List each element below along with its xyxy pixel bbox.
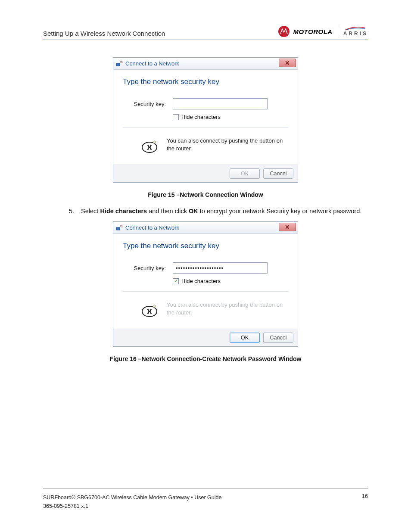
hide-characters-label: Hide characters: [181, 114, 221, 120]
footer-doc-id: 365-095-25781 x.1: [43, 502, 221, 510]
svg-point-5: [153, 305, 156, 308]
step-text-3: to encrypt your network Security key or …: [198, 208, 362, 215]
cancel-button[interactable]: Cancel: [263, 168, 293, 179]
security-key-input[interactable]: [173, 98, 268, 109]
hide-characters-label: Hide characters: [181, 278, 221, 284]
network-icon: [116, 224, 123, 231]
step-number: 5.: [69, 208, 79, 215]
divider: [123, 291, 288, 292]
step-text-2: and then click: [147, 208, 189, 215]
dialog-title: Connect to a Network: [125, 60, 179, 67]
page-footer: SURFboard® SBG6700-AC Wireless Cable Mod…: [43, 488, 368, 510]
svg-rect-0: [116, 63, 120, 66]
arris-logo: ARRIS: [343, 26, 368, 37]
dialog-title: Connect to a Network: [125, 224, 179, 231]
wps-router-icon: [140, 135, 159, 154]
wps-hint-text: You can also connect by pushing the butt…: [167, 137, 288, 152]
arris-wordmark: ARRIS: [343, 31, 368, 37]
svg-point-2: [153, 141, 156, 143]
security-key-label: Security key:: [123, 101, 166, 107]
dialog-heading: Type the network security key: [123, 242, 288, 250]
motorola-wordmark: MOTOROLA: [293, 28, 332, 35]
footer-product-line: SURFboard® SBG6700-AC Wireless Cable Mod…: [43, 493, 221, 502]
figure-15-caption: Figure 15 –Network Connection Window: [43, 191, 368, 198]
instruction-step-5: 5. Select Hide characters and then click…: [43, 208, 368, 215]
titlebar: Connect to a Network ✕: [113, 58, 298, 70]
page-number: 16: [362, 493, 368, 510]
titlebar: Connect to a Network ✕: [113, 222, 298, 234]
step-text-1: Select: [81, 208, 100, 215]
page-header: Setting Up a Wireless Network Connection…: [43, 26, 368, 40]
wps-router-icon: [140, 299, 159, 318]
cancel-button[interactable]: Cancel: [263, 333, 293, 343]
ok-button[interactable]: OK: [230, 333, 260, 343]
section-title: Setting Up a Wireless Network Connection: [43, 30, 165, 37]
connect-network-dialog-2: Connect to a Network ✕ Type the network …: [113, 221, 298, 347]
divider: [123, 127, 288, 128]
close-button[interactable]: ✕: [279, 223, 296, 231]
step-bold-hide: Hide characters: [100, 208, 147, 215]
connect-network-dialog-1: Connect to a Network ✕ Type the network …: [113, 57, 298, 183]
wps-hint-text: You can also connect by pushing the butt…: [167, 301, 288, 316]
arris-swoosh-icon: [345, 26, 366, 31]
motorola-logo-icon: [278, 26, 290, 37]
brand-divider: [338, 26, 338, 37]
figure-16-caption: Figure 16 –Network Connection-Create Net…: [43, 355, 368, 362]
security-key-input[interactable]: [173, 262, 268, 274]
ok-button[interactable]: OK: [230, 168, 260, 179]
security-key-label: Security key:: [123, 265, 166, 271]
network-icon: [116, 60, 123, 67]
hide-characters-checkbox[interactable]: [173, 114, 179, 120]
hide-characters-checkbox[interactable]: ✓: [173, 278, 179, 284]
brand-logos: MOTOROLA ARRIS: [278, 26, 368, 37]
close-button[interactable]: ✕: [279, 59, 296, 67]
svg-rect-3: [116, 227, 120, 230]
step-bold-ok: OK: [189, 208, 198, 215]
dialog-heading: Type the network security key: [123, 78, 288, 86]
